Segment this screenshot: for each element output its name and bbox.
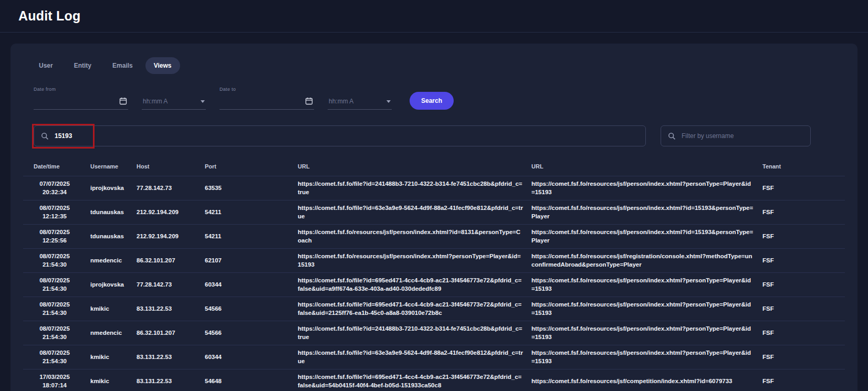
cell-datetime: 08/07/202521:54:30 — [23, 345, 86, 369]
table-row: 08/07/202521:54:30kmikic83.131.22.535456… — [23, 297, 845, 321]
cell-url: https://comet.fsf.fo/file?id=695ed471-4c… — [294, 369, 527, 391]
cell-host: 83.131.22.53 — [132, 369, 201, 391]
filters-row: Date from hh:mm A Date to — [34, 92, 845, 110]
cell-username: kmikic — [86, 345, 132, 369]
column-header: Port — [201, 157, 294, 176]
tab-emails[interactable]: Emails — [104, 57, 141, 74]
cell-username: tdunauskas — [86, 200, 132, 225]
cell-datetime: 07/07/202520:32:34 — [23, 176, 86, 200]
time-to-field[interactable]: hh:mm A — [328, 94, 392, 110]
cell-host: 212.92.194.209 — [132, 225, 201, 249]
cell-port: 60344 — [201, 273, 294, 297]
calendar-icon[interactable] — [305, 97, 313, 105]
top-header: Audit Log — [0, 0, 868, 33]
cell-tenant: FSF — [758, 249, 845, 273]
cell-url: https://comet.fsf.fo/resources/jsf/perso… — [527, 297, 758, 321]
column-header: Username — [86, 157, 132, 176]
table-body: 07/07/202520:32:34iprojkovska77.28.142.7… — [23, 176, 845, 391]
cell-port: 54566 — [201, 297, 294, 321]
cell-host: 83.131.22.53 — [132, 297, 201, 321]
cell-port: 54211 — [201, 200, 294, 225]
column-header: URL — [527, 157, 758, 176]
cell-url: https://comet.fsf.fo/file?id=241488b3-72… — [294, 176, 527, 200]
cell-port: 54648 — [201, 369, 294, 391]
cell-url: https://comet.fsf.fo/resources/jsf/perso… — [527, 273, 758, 297]
search-input-value: 15193 — [55, 132, 72, 140]
table-row: 08/07/202512:25:56tdunauskas212.92.194.2… — [23, 225, 845, 249]
cell-tenant: FSF — [758, 345, 845, 369]
tab-user[interactable]: User — [30, 57, 61, 74]
time-from-placeholder: hh:mm A — [143, 98, 168, 105]
cell-url: https://comet.fsf.fo/file?id=695ed471-4c… — [294, 297, 527, 321]
time-from-field[interactable]: hh:mm A — [142, 94, 206, 110]
chevron-down-icon — [386, 100, 391, 103]
cell-url: https://comet.fsf.fo/resources/jsf/perso… — [527, 345, 758, 369]
audit-log-panel: UserEntityEmailsViews Date from hh:mm A … — [11, 44, 857, 391]
table-row: 07/07/202520:32:34iprojkovska77.28.142.7… — [23, 176, 845, 200]
column-header: Host — [132, 157, 201, 176]
cell-url: https://comet.fsf.fo/resources/jsf/regis… — [527, 249, 758, 273]
tab-entity[interactable]: Entity — [66, 57, 100, 74]
username-filter-placeholder: Filter by username — [682, 132, 734, 140]
cell-port: 63535 — [201, 176, 294, 200]
date-from-field[interactable]: Date from — [34, 94, 128, 110]
tabs: UserEntityEmailsViews — [23, 57, 845, 74]
cell-url: https://comet.fsf.fo/file?id=695ed471-4c… — [294, 273, 527, 297]
cell-username: nmedencic — [86, 249, 132, 273]
cell-url: https://comet.fsf.fo/resources/jsf/perso… — [527, 176, 758, 200]
cell-datetime: 08/07/202521:54:30 — [23, 297, 86, 321]
cell-username: iprojkovska — [86, 273, 132, 297]
date-from-label: Date from — [34, 87, 56, 92]
cell-username: kmikic — [86, 297, 132, 321]
date-to-field[interactable]: Date to — [219, 94, 314, 110]
cell-url: https://comet.fsf.fo/file?id=63e3a9e9-56… — [294, 200, 527, 225]
cell-datetime: 08/07/202512:12:35 — [23, 200, 86, 225]
cell-tenant: FSF — [758, 225, 845, 249]
cell-datetime: 08/07/202521:54:30 — [23, 249, 86, 273]
cell-username: kmikic — [86, 369, 132, 391]
search-input[interactable]: 15193 — [34, 125, 646, 146]
table-row: 08/07/202521:54:30nmedencic86.32.101.207… — [23, 249, 845, 273]
cell-username: tdunauskas — [86, 225, 132, 249]
cell-url: https://comet.fsf.fo/resources/jsf/perso… — [294, 225, 527, 249]
column-header: Tenant — [758, 157, 845, 176]
tab-views[interactable]: Views — [145, 57, 180, 74]
table-row: 08/07/202521:54:30kmikic83.131.22.536034… — [23, 345, 845, 369]
cell-url: https://comet.fsf.fo/resources/jsf/perso… — [527, 321, 758, 345]
username-filter-input[interactable]: Filter by username — [661, 125, 811, 146]
date-to-label: Date to — [219, 87, 236, 92]
cell-username: nmedencic — [86, 321, 132, 345]
cell-datetime: 17/03/202518:07:14 — [23, 369, 86, 391]
table-header-row: Date/timeUsernameHostPortURLURLTenant — [23, 157, 845, 176]
cell-tenant: FSF — [758, 369, 845, 391]
search-button[interactable]: Search — [410, 92, 454, 110]
cell-url: https://comet.fsf.fo/file?id=241488b3-72… — [294, 321, 527, 345]
cell-host: 86.32.101.207 — [132, 249, 201, 273]
cell-tenant: FSF — [758, 273, 845, 297]
cell-host: 77.28.142.73 — [132, 273, 201, 297]
cell-datetime: 08/07/202512:25:56 — [23, 225, 86, 249]
cell-port: 60344 — [201, 345, 294, 369]
search-icon — [668, 132, 676, 140]
cell-host: 83.131.22.53 — [132, 345, 201, 369]
cell-url: https://comet.fsf.fo/file?id=63e3a9e9-56… — [294, 345, 527, 369]
cell-url: https://comet.fsf.fo/resources/jsf/perso… — [527, 225, 758, 249]
column-header: URL — [294, 157, 527, 176]
calendar-icon[interactable] — [119, 97, 127, 105]
cell-username: iprojkovska — [86, 176, 132, 200]
cell-tenant: FSF — [758, 176, 845, 200]
chevron-down-icon — [201, 100, 205, 103]
column-header: Date/time — [23, 157, 86, 176]
cell-datetime: 08/07/202521:54:30 — [23, 273, 86, 297]
search-icon — [41, 132, 49, 140]
cell-port: 62107 — [201, 249, 294, 273]
table-row: 08/07/202521:54:30iprojkovska77.28.142.7… — [23, 273, 845, 297]
cell-host: 77.28.142.73 — [132, 176, 201, 200]
cell-tenant: FSF — [758, 321, 845, 345]
cell-host: 212.92.194.209 — [132, 200, 201, 225]
time-to-placeholder: hh:mm A — [329, 98, 353, 105]
cell-tenant: FSF — [758, 200, 845, 225]
cell-datetime: 08/07/202521:54:30 — [23, 321, 86, 345]
cell-url: https://comet.fsf.fo/resources/jsf/compe… — [527, 369, 758, 391]
table-row: 08/07/202512:12:35tdunauskas212.92.194.2… — [23, 200, 845, 225]
